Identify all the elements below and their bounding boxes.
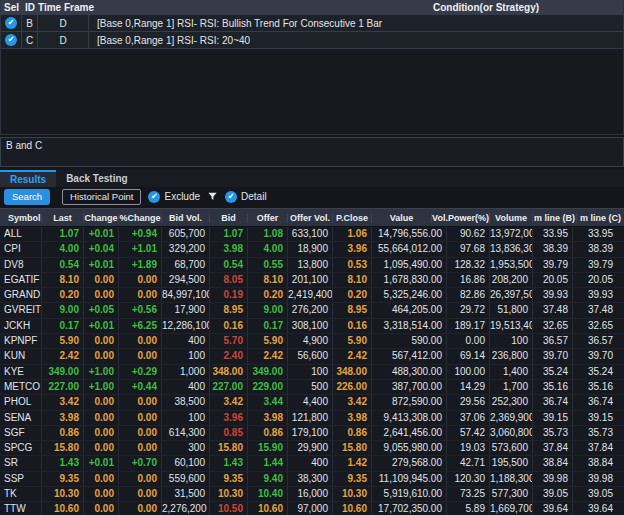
- value-cell: 39.64: [573, 502, 624, 515]
- table-row[interactable]: CPI4.00+0.04+1.01329,2003.984.0018,9003.…: [0, 242, 624, 257]
- table-row[interactable]: KPNPF5.900.000.004005.705.904,9005.90590…: [0, 334, 624, 349]
- table-row[interactable]: GVREIT9.00+0.05+0.5617,9008.959.00276,20…: [0, 303, 624, 318]
- column-header[interactable]: Last: [42, 213, 84, 223]
- column-header[interactable]: Value: [372, 213, 432, 223]
- value-cell: 4,900: [288, 334, 333, 348]
- column-header[interactable]: Offer: [248, 213, 288, 223]
- value-cell: 1,678,830.00: [372, 273, 447, 287]
- formula-box[interactable]: B and C: [0, 137, 624, 167]
- value-cell: 8.10: [248, 273, 288, 287]
- value-cell: 120.30: [447, 472, 490, 486]
- table-row[interactable]: EGATIF8.100.000.00294,5008.058.10201,100…: [0, 273, 624, 288]
- value-cell: 0.00: [84, 441, 119, 455]
- column-header[interactable]: m line (C): [577, 213, 624, 223]
- value-cell: +0.05: [84, 303, 119, 317]
- value-cell: 26,397,500: [490, 288, 533, 302]
- exclude-checkbox[interactable]: ✔: [148, 191, 160, 203]
- value-cell: +1.00: [84, 365, 119, 379]
- table-row[interactable]: DV80.54+0.01+1.8968,7000.540.5513,8000.5…: [0, 258, 624, 273]
- value-cell: 11,109,945.00: [372, 472, 447, 486]
- value-cell: 39.79: [573, 258, 624, 272]
- value-cell: +0.01: [84, 227, 119, 241]
- value-cell: 29,900: [288, 441, 333, 455]
- column-header[interactable]: Symbol: [0, 213, 42, 223]
- value-cell: 9.35: [210, 472, 248, 486]
- table-row[interactable]: GRAND0.200.000.0084,997,1000.190.202,419…: [0, 288, 624, 303]
- tab-results[interactable]: Results: [0, 170, 56, 187]
- value-cell: 400: [288, 456, 333, 470]
- value-cell: 10.30: [210, 487, 248, 501]
- table-row[interactable]: JCKH0.17+0.01+6.2512,286,1000.160.17308,…: [0, 319, 624, 334]
- table-row[interactable]: KUN2.420.000.001002.402.4256,6002.42567,…: [0, 349, 624, 364]
- value-cell: 82.86: [447, 288, 490, 302]
- column-header[interactable]: Bid: [210, 213, 248, 223]
- value-cell: 97,000: [288, 502, 333, 515]
- value-cell: 9,055,980.00: [372, 441, 447, 455]
- condition-text: [Base 0,Range 1] RSI- RSI: 20~40: [89, 32, 623, 48]
- detail-checkbox-group: ✔ Detail: [225, 191, 267, 203]
- value-cell: 0.55: [248, 258, 288, 272]
- table-row[interactable]: METCO227.00+1.00+0.44400227.00229.005002…: [0, 380, 624, 395]
- column-header[interactable]: Bid Vol.: [162, 213, 210, 223]
- symbol-cell: METCO: [0, 380, 42, 394]
- value-cell: 2,369,900: [490, 411, 533, 425]
- historical-point-button[interactable]: Historical Point: [62, 189, 141, 205]
- value-cell: 15.80: [333, 441, 372, 455]
- condition-row[interactable]: ✔BD[Base 0,Range 1] RSI- RSI: Bullish Tr…: [1, 15, 623, 32]
- value-cell: 14.29: [447, 380, 490, 394]
- column-header[interactable]: P.Close: [333, 213, 372, 223]
- value-cell: +0.04: [84, 242, 119, 256]
- table-row[interactable]: SGF0.860.000.00614,3000.850.86179,1000.8…: [0, 426, 624, 441]
- table-row[interactable]: SR1.43+0.01+0.7060,1001.431.444001.42279…: [0, 456, 624, 471]
- search-button[interactable]: Search: [4, 189, 50, 205]
- value-cell: 3.98: [248, 411, 288, 425]
- value-cell: +0.01: [84, 319, 119, 333]
- column-header[interactable]: Offer Vol.: [288, 213, 333, 223]
- value-cell: 32.65: [573, 319, 624, 333]
- value-cell: 5.90: [333, 334, 372, 348]
- condition-row[interactable]: ✔CD[Base 0,Range 1] RSI- RSI: 20~40: [1, 32, 623, 49]
- column-header[interactable]: Change: [84, 213, 119, 223]
- value-cell: 9.00: [42, 303, 84, 317]
- value-cell: 10.60: [42, 502, 84, 515]
- table-row[interactable]: TK10.300.000.0031,50010.3010.4016,00010.…: [0, 487, 624, 502]
- table-row[interactable]: SSP9.350.000.00559,6009.359.4038,3009.35…: [0, 472, 624, 487]
- value-cell: 84,997,100: [162, 288, 210, 302]
- value-cell: 38.39: [533, 242, 573, 256]
- table-row[interactable]: SPCG15.800.000.0030015.8015.9029,90015.8…: [0, 441, 624, 456]
- condition-text: [Base 0,Range 1] RSI- RSI: Bullish Trend…: [89, 15, 623, 31]
- value-cell: 300: [162, 441, 210, 455]
- column-header[interactable]: Vol.Power(%): [432, 213, 490, 223]
- table-row[interactable]: ALL1.07+0.01+0.94605,7001.071.08633,1001…: [0, 227, 624, 242]
- table-row[interactable]: SENA3.980.000.001003.963.98121,8003.989,…: [0, 411, 624, 426]
- table-row[interactable]: PHOL3.420.000.0038,5003.423.444,4003.428…: [0, 395, 624, 410]
- value-cell: 0.00: [84, 395, 119, 409]
- table-row[interactable]: TTW10.600.000.002,276,20010.5010.6097,00…: [0, 502, 624, 515]
- value-cell: 201,100: [288, 273, 333, 287]
- detail-checkbox[interactable]: ✔: [225, 191, 237, 203]
- checkmark-icon[interactable]: ✔: [5, 17, 17, 29]
- condition-table-body: ✔BD[Base 0,Range 1] RSI- RSI: Bullish Tr…: [1, 15, 623, 49]
- value-cell: 500: [288, 380, 333, 394]
- value-cell: 100.00: [447, 365, 490, 379]
- value-cell: 0.00: [84, 334, 119, 348]
- value-cell: 573,600: [490, 441, 533, 455]
- filter-icon[interactable]: [207, 191, 218, 202]
- value-cell: 3.42: [42, 395, 84, 409]
- checkmark-icon[interactable]: ✔: [5, 34, 17, 46]
- value-cell: 5.70: [210, 334, 248, 348]
- tab-back-testing[interactable]: Back Testing: [56, 170, 138, 187]
- value-cell: 279,568.00: [372, 456, 447, 470]
- column-header[interactable]: m line (B): [533, 213, 577, 223]
- value-cell: 1.42: [333, 456, 372, 470]
- value-cell: 0.00: [119, 426, 162, 440]
- symbol-cell: KYE: [0, 365, 42, 379]
- symbol-cell: SENA: [0, 411, 42, 425]
- value-cell: 400: [162, 334, 210, 348]
- value-cell: 0.19: [210, 288, 248, 302]
- value-cell: 39.64: [533, 502, 573, 515]
- table-row[interactable]: KYE349.00+1.00+0.291,000348.00349.001003…: [0, 365, 624, 380]
- column-header[interactable]: Volume: [490, 213, 533, 223]
- condition-id: C: [22, 32, 38, 48]
- column-header[interactable]: %Change: [119, 213, 162, 223]
